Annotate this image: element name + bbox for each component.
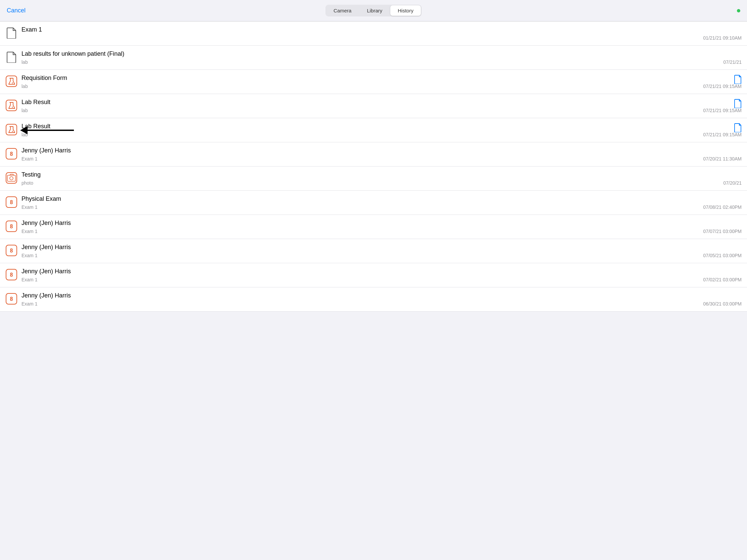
- segmented-control: Camera Library History: [326, 5, 421, 17]
- item-category: photo: [22, 180, 33, 186]
- item-title: Jenny (Jen) Harris: [22, 292, 742, 299]
- item-date: 06/30/21 03:00PM: [703, 301, 742, 306]
- item-title: Requisition Form: [22, 75, 742, 82]
- item-date: 07/20/21: [723, 180, 742, 186]
- item-category: Exam 1: [22, 253, 37, 258]
- item-title: Jenny (Jen) Harris: [22, 147, 742, 154]
- list-item[interactable]: 8 Jenny (Jen) HarrisExam 107/07/21 03:00…: [0, 215, 747, 239]
- flask-icon: [5, 99, 18, 111]
- item-date: 07/21/21: [723, 59, 742, 65]
- item-date: 07/21/21 09:15AM: [703, 108, 742, 113]
- list-item[interactable]: Lab Resultlab07/21/21 09:15AM: [0, 94, 747, 118]
- svg-rect-0: [6, 76, 17, 87]
- cancel-button[interactable]: Cancel: [7, 7, 26, 14]
- item-meta: lab07/21/21 09:15AM: [22, 132, 742, 137]
- svg-point-1: [12, 83, 13, 84]
- list-item[interactable]: 8 Physical ExamExam 107/08/21 02:40PM: [0, 191, 747, 215]
- item-meta: Exam 107/20/21 11:30AM: [22, 156, 742, 161]
- document-action-icon[interactable]: [734, 123, 742, 132]
- item-meta: lab07/21/21 09:15AM: [22, 108, 742, 113]
- svg-text:8: 8: [10, 272, 13, 278]
- item-title: Lab Result: [22, 99, 742, 106]
- item-meta: Exam 107/05/21 03:00PM: [22, 253, 742, 258]
- item-date: 07/08/21 02:40PM: [703, 205, 742, 210]
- list-item[interactable]: 8 Jenny (Jen) HarrisExam 107/02/21 03:00…: [0, 263, 747, 287]
- history-list: Exam 101/21/21 09:10AM Lab results for u…: [0, 22, 747, 312]
- svg-text:8: 8: [10, 199, 13, 205]
- header: Cancel Camera Library History: [0, 0, 747, 22]
- list-item[interactable]: 8 Jenny (Jen) HarrisExam 107/05/21 03:00…: [0, 239, 747, 263]
- item-title: Physical Exam: [22, 195, 742, 203]
- item-meta: 01/21/21 09:10AM: [22, 35, 742, 41]
- item-title: Jenny (Jen) Harris: [22, 219, 742, 226]
- document-action-icon[interactable]: [734, 99, 742, 108]
- item-date: 07/21/21 09:15AM: [703, 84, 742, 89]
- svg-text:8: 8: [10, 248, 13, 254]
- item-title: Exam 1: [22, 26, 742, 33]
- photo-icon: [5, 172, 18, 184]
- item-category: Exam 1: [22, 301, 37, 306]
- item-meta: lab07/21/21 09:15AM: [22, 84, 742, 89]
- svg-point-5: [12, 131, 13, 132]
- list-item[interactable]: 8 Jenny (Jen) HarrisExam 106/30/21 03:00…: [0, 287, 747, 312]
- svg-point-3: [12, 107, 13, 108]
- item-title: Jenny (Jen) Harris: [22, 244, 742, 251]
- svg-text:8: 8: [10, 223, 13, 229]
- item-category: lab: [22, 59, 28, 65]
- item-title: Testing: [22, 171, 742, 178]
- svg-text:8: 8: [10, 296, 13, 302]
- history-tab[interactable]: History: [390, 5, 421, 16]
- item-category: Exam 1: [22, 229, 37, 234]
- item-date: 07/21/21 09:15AM: [703, 132, 742, 137]
- item-category: Exam 1: [22, 277, 37, 282]
- item-title: Jenny (Jen) Harris: [22, 268, 742, 275]
- list-item[interactable]: Lab results for unknown patient (Final)l…: [0, 46, 747, 70]
- exam8-icon: 8: [5, 269, 18, 281]
- item-meta: Exam 106/30/21 03:00PM: [22, 301, 742, 306]
- item-date: 07/20/21 11:30AM: [703, 156, 742, 161]
- status-dot: [737, 9, 740, 12]
- svg-rect-4: [6, 124, 17, 135]
- item-title: Lab results for unknown patient (Final): [22, 50, 742, 57]
- item-meta: Exam 107/07/21 03:00PM: [22, 229, 742, 234]
- camera-tab[interactable]: Camera: [326, 5, 359, 16]
- item-meta: Exam 107/08/21 02:40PM: [22, 205, 742, 210]
- item-date: 07/05/21 03:00PM: [703, 253, 742, 258]
- exam8-icon: 8: [5, 293, 18, 305]
- list-item[interactable]: Testingphoto07/20/21: [0, 166, 747, 191]
- exam8-icon: 8: [5, 220, 18, 232]
- library-tab[interactable]: Library: [359, 5, 390, 16]
- item-date: 07/02/21 03:00PM: [703, 277, 742, 282]
- item-category: Exam 1: [22, 205, 37, 210]
- list-item[interactable]: 8 Jenny (Jen) HarrisExam 107/20/21 11:30…: [0, 142, 747, 166]
- item-date: 01/21/21 09:10AM: [703, 35, 742, 41]
- list-item[interactable]: Exam 101/21/21 09:10AM: [0, 22, 747, 46]
- item-meta: photo07/20/21: [22, 180, 742, 186]
- document-icon: [5, 27, 18, 39]
- item-category: lab: [22, 108, 28, 113]
- item-meta: Exam 107/02/21 03:00PM: [22, 277, 742, 282]
- item-date: 07/07/21 03:00PM: [703, 229, 742, 234]
- item-category: lab: [22, 84, 28, 89]
- svg-point-10: [10, 177, 13, 180]
- svg-text:8: 8: [10, 151, 13, 157]
- list-item[interactable]: Requisition Formlab07/21/21 09:15AM: [0, 70, 747, 94]
- flask-icon: [5, 75, 18, 87]
- document-action-icon[interactable]: [734, 75, 742, 84]
- flask-icon: [5, 124, 18, 136]
- item-title: Lab Result: [22, 123, 742, 130]
- item-category: lab: [22, 132, 28, 137]
- document-plain-icon: [5, 51, 18, 63]
- list-item[interactable]: Lab Resultlab07/21/21 09:15AM: [0, 118, 747, 142]
- svg-rect-2: [6, 100, 17, 111]
- exam8-icon: 8: [5, 244, 18, 257]
- item-category: Exam 1: [22, 156, 37, 161]
- exam8-icon: 8: [5, 148, 18, 160]
- exam8-icon: 8: [5, 196, 18, 208]
- svg-rect-9: [7, 175, 16, 181]
- item-meta: lab07/21/21: [22, 59, 742, 65]
